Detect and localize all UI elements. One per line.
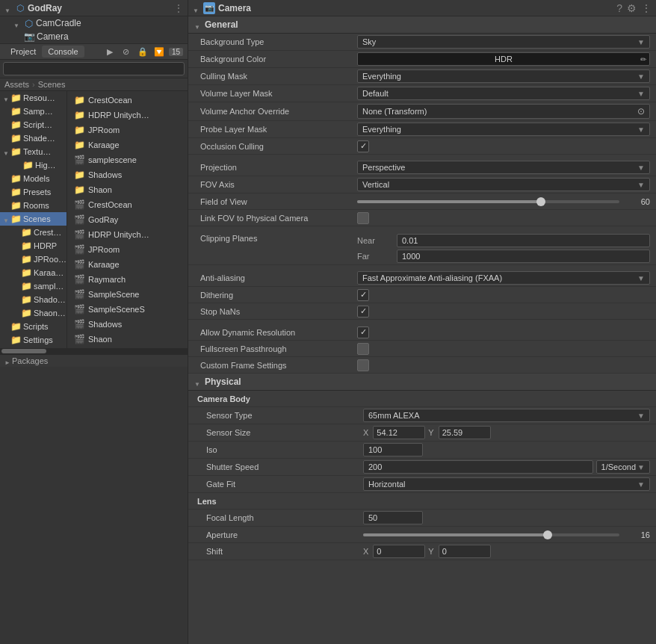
speed-unit-dropdown[interactable]: 1/Second ▼ (596, 460, 650, 474)
occlusion-culling-checkbox[interactable] (357, 140, 369, 152)
background-type-dropdown[interactable]: Sky ▼ (357, 35, 650, 49)
horizontal-scrollbar[interactable] (0, 348, 188, 354)
arrow-icon (3, 134, 10, 142)
file-shadows-folder[interactable]: Shadows (67, 167, 188, 182)
component-more-icon[interactable]: ⋮ (641, 2, 652, 14)
folder-icon-shaon2 (21, 308, 31, 318)
sensor-size-x-input[interactable] (373, 426, 425, 439)
left-tree-models[interactable]: Models (0, 172, 66, 185)
left-tree-script[interactable]: Script… (0, 118, 66, 131)
left-tree-hig[interactable]: Hig… (0, 158, 66, 172)
left-tree-settings[interactable]: Settings (0, 333, 66, 347)
left-tree-karaa[interactable]: Karaa… (0, 266, 66, 279)
gate-fit-dropdown[interactable]: Horizontal ▼ (363, 477, 650, 491)
fov-axis-dropdown[interactable]: Vertical ▼ (357, 178, 650, 191)
fullscreen-passthrough-checkbox[interactable] (357, 343, 369, 355)
tree-item-camcradle[interactable]: ⬡ CamCradle (0, 16, 188, 30)
fov-thumb[interactable] (536, 197, 545, 206)
stop-icon[interactable]: ⊘ (120, 45, 133, 58)
fov-axis-label: FOV Axis (200, 180, 357, 189)
file-karaage-scene[interactable]: 🎬 Karaage (67, 257, 188, 272)
file-shaon-scene[interactable]: 🎬 Shaon (67, 332, 188, 347)
left-tree-shade[interactable]: Shade… (0, 131, 66, 145)
shutter-speed-input[interactable] (363, 460, 593, 474)
left-tree-scenes[interactable]: Scenes (0, 212, 66, 226)
left-tree-hdrp[interactable]: HDRP (0, 239, 66, 253)
volume-layer-mask-dropdown[interactable]: Default ▼ (357, 87, 650, 100)
volume-anchor-target-icon[interactable]: ⊙ (637, 106, 645, 117)
iso-input[interactable] (363, 443, 423, 456)
left-tree-rooms[interactable]: Rooms (0, 199, 66, 212)
hierarchy-menu-icon[interactable]: ⋮ (174, 3, 183, 13)
aperture-thumb[interactable] (543, 530, 552, 539)
packages-arrow[interactable] (4, 357, 12, 365)
packages-label[interactable]: Packages (12, 356, 48, 365)
shift-y-input[interactable] (439, 545, 491, 558)
allow-dynamic-resolution-checkbox[interactable] (357, 326, 369, 338)
dithering-checkbox[interactable] (357, 289, 369, 301)
tree-item-camera[interactable]: 📷 Camera (0, 30, 188, 43)
file-samplescene[interactable]: 🎬 samplescene (67, 152, 188, 167)
hdr-picker-icon[interactable]: ✏ (640, 55, 646, 64)
link-fov-checkbox[interactable] (357, 212, 369, 224)
left-tree-resou[interactable]: Resou… (0, 91, 66, 105)
breadcrumb-scenes[interactable]: Scenes (38, 80, 66, 89)
focal-length-input[interactable] (363, 511, 423, 524)
anti-aliasing-dropdown[interactable]: Fast Approximate Anti-aliasing (FXAA) ▼ (357, 271, 650, 285)
left-tree-jproom[interactable]: JPRoo… (0, 253, 66, 266)
fov-slider[interactable] (357, 200, 619, 203)
file-raymarch-scene[interactable]: 🎬 Raymarch (67, 272, 188, 287)
file-karaage[interactable]: Karaage (67, 137, 188, 152)
clipping-near-input[interactable] (397, 234, 650, 247)
custom-frame-settings-checkbox[interactable] (357, 359, 369, 371)
lock-icon[interactable]: 🔒 (136, 45, 149, 58)
left-tree-crest[interactable]: Crest… (0, 226, 66, 239)
file-shaon-folder[interactable]: Shaon (67, 182, 188, 197)
stop-nans-checkbox[interactable] (357, 306, 369, 318)
file-hdrp[interactable]: HDRP Unitych… (67, 108, 188, 123)
culling-mask-dropdown[interactable]: Everything ▼ (357, 69, 650, 83)
sensor-type-dropdown[interactable]: 65mm ALEXA ▼ (363, 409, 650, 422)
tab-project[interactable]: Project (4, 46, 42, 58)
file-crestocean-scene[interactable]: 🎬 CrestOcean (67, 197, 188, 212)
volume-anchor-override-field[interactable]: None (Transform) ⊙ (357, 104, 650, 119)
clipping-far-input[interactable] (397, 250, 650, 263)
filter-icon[interactable]: 🔽 (152, 45, 166, 58)
scroll-thumb[interactable] (1, 349, 46, 353)
tab-console[interactable]: Console (42, 46, 84, 58)
file-crestocean[interactable]: CrestOcean (67, 93, 188, 108)
background-color-field[interactable]: HDR ✏ (357, 52, 650, 66)
aperture-slider[interactable] (363, 533, 619, 536)
left-tree-shaon2[interactable]: Shaon… (0, 306, 66, 320)
background-type-label: Background Type (200, 37, 357, 46)
probe-layer-mask-dropdown[interactable]: Everything ▼ (357, 123, 650, 136)
breadcrumb-assets[interactable]: Assets (4, 80, 29, 89)
hierarchy-title: GodRay (28, 3, 62, 13)
general-section-header[interactable]: General (188, 16, 656, 34)
left-tree-presets[interactable]: Presets (0, 185, 66, 199)
left-tree-samp[interactable]: Samp… (0, 105, 66, 118)
file-jproom[interactable]: JPRoom (67, 123, 188, 137)
file-samplescene2[interactable]: 🎬 SampleScene (67, 287, 188, 302)
file-shadows-scene[interactable]: 🎬 Shadows (67, 317, 188, 332)
file-hdrp-scene[interactable]: 🎬 HDRP Unitych… (67, 227, 188, 242)
left-tree-scripts[interactable]: Scripts (0, 320, 66, 333)
left-tree-shado[interactable]: Shado… (0, 293, 66, 306)
sensor-size-y-input[interactable] (439, 426, 491, 439)
file-label-karaage-scene: Karaage (88, 260, 120, 269)
file-jproom-scene[interactable]: 🎬 JPRoom (67, 242, 188, 257)
file-godray-scene[interactable]: 🎬 GodRay (67, 212, 188, 227)
search-input[interactable] (3, 62, 185, 75)
projection-dropdown[interactable]: Perspective ▼ (357, 161, 650, 174)
left-tree-textu[interactable]: Textu… (0, 145, 66, 158)
left-tree-sampl[interactable]: sampl… (0, 279, 66, 293)
folder-icon-settings (10, 335, 21, 345)
play-icon[interactable]: ▶ (103, 45, 117, 58)
file-samplescenes[interactable]: 🎬 SampleSceneS (67, 302, 188, 317)
fov-axis-value: Vertical ▼ (357, 178, 650, 191)
component-settings-icon[interactable]: ⚙ (627, 2, 637, 14)
shift-x-input[interactable] (373, 545, 425, 558)
physical-section-header[interactable]: Physical (188, 374, 656, 391)
component-help-icon[interactable]: ? (616, 2, 622, 14)
gate-fit-value: Horizontal ▼ (363, 477, 650, 491)
